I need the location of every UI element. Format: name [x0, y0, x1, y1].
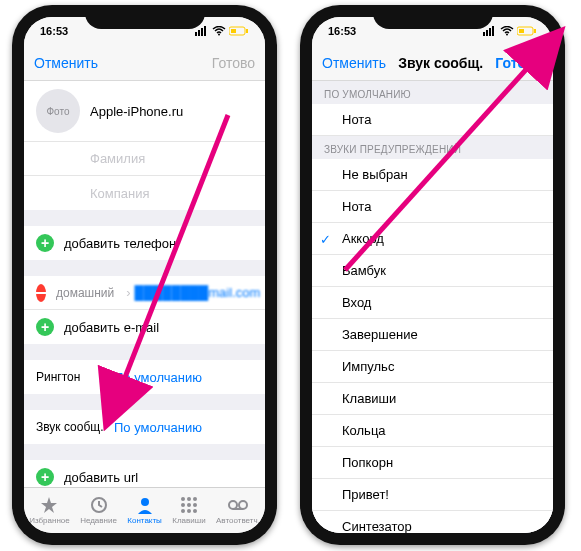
svg-point-19 [229, 501, 237, 509]
keypad-icon [179, 496, 199, 514]
svg-rect-3 [204, 26, 206, 36]
sound-row[interactable]: Синтезатор [312, 511, 553, 533]
svg-point-26 [506, 34, 508, 36]
svg-point-16 [181, 509, 185, 513]
tab-label: Клавиши [172, 516, 205, 525]
textsound-row[interactable]: Звук сообщ. По умолчанию [24, 410, 265, 444]
done-button[interactable]: Готово [495, 55, 543, 71]
add-phone-row[interactable]: + добавить телефон [24, 226, 265, 260]
svg-point-12 [193, 497, 197, 501]
svg-rect-23 [486, 30, 488, 36]
sound-row[interactable]: Попкорн [312, 447, 553, 479]
nav-title: Звук сообщ. [398, 55, 483, 71]
sound-row[interactable]: Привет! [312, 479, 553, 511]
sound-name: Кольца [342, 423, 386, 438]
plus-icon[interactable]: + [36, 468, 54, 486]
svg-point-17 [187, 509, 191, 513]
company-field[interactable]: Компания [90, 186, 150, 201]
sound-name: Аккорд [342, 231, 384, 246]
cancel-button[interactable]: Отменить [34, 55, 98, 71]
content-left[interactable]: Фото Apple-iPhone.ru Фамилия Компания + … [24, 81, 265, 487]
time-label: 16:53 [328, 25, 356, 37]
content-right[interactable]: ПО УМОЛЧАНИЮ Нота ЗВУКИ ПРЕДУПРЕЖДЕНИЙ Н… [312, 81, 553, 533]
photo-placeholder[interactable]: Фото [36, 89, 80, 133]
clock-icon [89, 496, 109, 514]
done-button[interactable]: Готово [212, 55, 255, 71]
sound-row-default[interactable]: Нота [312, 104, 553, 136]
status-icons [195, 26, 249, 36]
contacts-icon [135, 496, 155, 514]
sound-name: Привет! [342, 487, 389, 502]
sound-row[interactable]: Не выбран [312, 159, 553, 191]
battery-icon [517, 26, 537, 36]
svg-point-15 [193, 503, 197, 507]
svg-rect-7 [246, 29, 248, 33]
svg-rect-2 [201, 28, 203, 36]
tab-label: Недавние [80, 516, 117, 525]
plus-icon[interactable]: + [36, 234, 54, 252]
add-email-row[interactable]: + добавить e-mail [24, 310, 265, 344]
sound-row[interactable]: Кольца [312, 415, 553, 447]
tab-keypad[interactable]: Клавиши [172, 496, 205, 525]
tab-label: Избранное [29, 516, 70, 525]
wifi-icon [500, 26, 514, 36]
section-header-default: ПО УМОЛЧАНИЮ [312, 81, 553, 104]
section-header-alerts: ЗВУКИ ПРЕДУПРЕЖДЕНИЙ [312, 136, 553, 159]
tab-voicemail[interactable]: Автоответч. [216, 496, 260, 525]
svg-point-11 [187, 497, 191, 501]
name-field[interactable]: Apple-iPhone.ru [90, 104, 183, 119]
svg-point-13 [181, 503, 185, 507]
screen-right: 16:53 Отменить Звук сообщ. Готово ПО УМО… [312, 17, 553, 533]
phone-right: 16:53 Отменить Звук сообщ. Готово ПО УМО… [300, 5, 565, 545]
sound-row[interactable]: ✓Аккорд [312, 223, 553, 255]
svg-point-18 [193, 509, 197, 513]
sound-row[interactable]: Импульс [312, 351, 553, 383]
sound-row[interactable]: Завершение [312, 319, 553, 351]
email-value[interactable]: ████████mail.com [135, 285, 261, 300]
sound-row[interactable]: Клавиши [312, 383, 553, 415]
surname-row[interactable]: Фамилия [24, 142, 265, 176]
svg-rect-29 [534, 29, 536, 33]
textsound-label: Звук сообщ. [36, 420, 106, 434]
email-label[interactable]: домашний [56, 286, 114, 300]
chevron-icon: › [126, 285, 130, 300]
nav-bar: Отменить Звук сообщ. Готово [312, 45, 553, 81]
add-url-label: добавить url [64, 470, 138, 485]
email-row[interactable]: домашний › ████████mail.com [24, 276, 265, 310]
svg-point-4 [218, 34, 220, 36]
notch [373, 5, 493, 29]
sound-row[interactable]: Бамбук [312, 255, 553, 287]
company-row[interactable]: Компания [24, 176, 265, 210]
star-icon [39, 496, 59, 514]
svg-rect-0 [195, 32, 197, 36]
svg-point-10 [181, 497, 185, 501]
sound-name: Попкорн [342, 455, 393, 470]
signal-icon [195, 26, 209, 36]
textsound-value: По умолчанию [114, 420, 202, 435]
sound-name: Синтезатор [342, 519, 412, 533]
surname-field[interactable]: Фамилия [90, 151, 145, 166]
sound-row[interactable]: Вход [312, 287, 553, 319]
status-icons [483, 26, 537, 36]
phone-left: 16:53 Отменить Готово Фото Apple-iPhone.… [12, 5, 277, 545]
sound-name: Завершение [342, 327, 418, 342]
sound-row[interactable]: Нота [312, 191, 553, 223]
minus-icon[interactable] [36, 284, 46, 302]
plus-icon[interactable]: + [36, 318, 54, 336]
tab-contacts[interactable]: Контакты [127, 496, 162, 525]
sound-name: Не выбран [342, 167, 408, 182]
signal-icon [483, 26, 497, 36]
ringtone-value: По умолчанию [114, 370, 202, 385]
name-row[interactable]: Фото Apple-iPhone.ru [24, 81, 265, 142]
sound-name: Нота [342, 112, 371, 127]
svg-rect-28 [519, 29, 524, 33]
nav-bar: Отменить Готово [24, 45, 265, 81]
add-phone-label: добавить телефон [64, 236, 176, 251]
tab-favorites[interactable]: Избранное [29, 496, 70, 525]
add-url-row[interactable]: + добавить url [24, 460, 265, 487]
sound-name: Нота [342, 199, 371, 214]
cancel-button[interactable]: Отменить [322, 55, 386, 71]
tab-label: Автоответч. [216, 516, 260, 525]
tab-recents[interactable]: Недавние [80, 496, 117, 525]
ringtone-row[interactable]: Рингтон По умолчанию [24, 360, 265, 394]
